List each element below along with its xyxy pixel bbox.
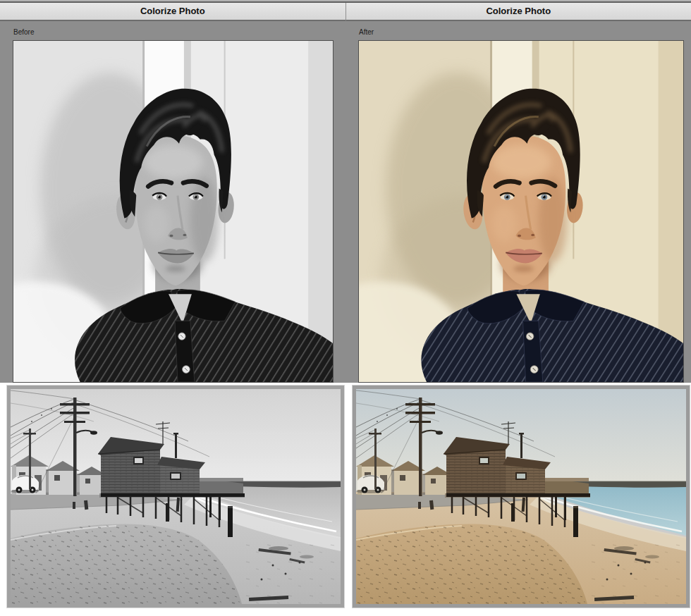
before-label: Before (13, 28, 34, 36)
colorize-photo-app: Colorize Photo Colorize Photo Before Aft… (0, 0, 691, 616)
after-label: After (359, 28, 374, 36)
panel-title-before: Colorize Photo (140, 6, 205, 16)
panel-title-after: Colorize Photo (486, 6, 551, 16)
beach-photo-after (353, 386, 690, 608)
workspace-background: Before After (0, 21, 691, 383)
header-row: Colorize Photo Colorize Photo (0, 3, 691, 21)
panel-header-before: Colorize Photo (0, 3, 346, 21)
portrait-photo-before (13, 40, 334, 383)
panel-header-after: Colorize Photo (346, 3, 691, 21)
portrait-photo-after (358, 40, 684, 383)
beach-photo-before (7, 386, 344, 608)
bottom-row (0, 383, 691, 616)
